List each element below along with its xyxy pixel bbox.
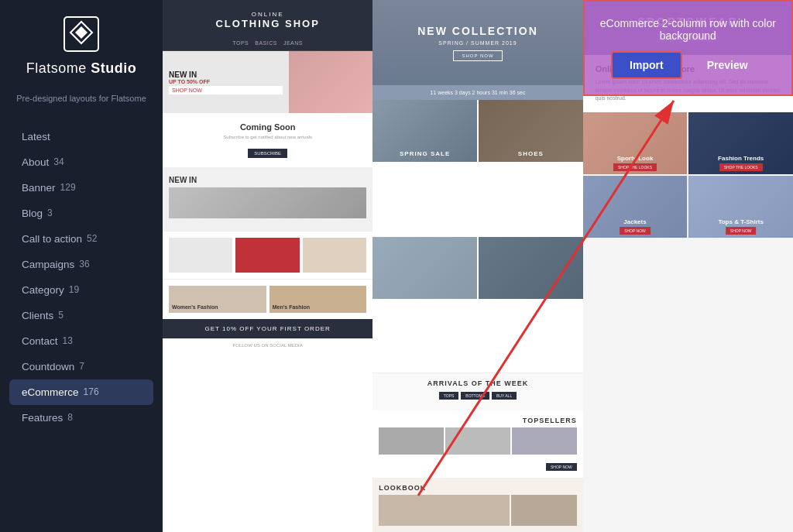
col2-product-grid: SPRING SALE SHOES — [372, 100, 582, 372]
shop-header: ONLINE CLOTHING SHOP — [163, 0, 372, 36]
sidebar-item-contact[interactable]: Contact 13 — [9, 328, 153, 354]
topsellers-section: TOPSELLERS SHOP NOW — [372, 410, 582, 478]
sportswear-products-grid-2: Jackets SHOP NOW Tops & T-Shirts SHOP NO… — [583, 176, 793, 238]
footer-social: FOLLOW US ON SOCIAL MEDIA — [163, 338, 372, 352]
sidebar-item-banner[interactable]: Banner 129 — [9, 175, 153, 201]
shop-banner: NEW IN UP TO 50% OFF SHOP NOW — [163, 51, 372, 113]
grid-col-3[interactable]: SPORTSWEAR NEW WOMEN Online Sportswear S… — [583, 0, 793, 532]
sidebar-item-ecommerce[interactable]: eCommerce 176 — [9, 379, 153, 405]
sportswear-products-grid: Sporty Look SHOP THE LOOKS Fashion Trend… — [583, 112, 793, 174]
popup-title: eCommerce 2-column row with color backgr… — [600, 17, 776, 42]
app-title: Flatsome Studio — [26, 60, 137, 77]
sidebar-item-countdown[interactable]: Countdown 7 — [9, 354, 153, 379]
trending-section — [163, 232, 372, 279]
import-preview-popup: eCommerce 2-column row with color backgr… — [583, 0, 793, 96]
sidebar-item-latest[interactable]: Latest — [9, 124, 153, 149]
sidebar-item-features[interactable]: Features 8 — [9, 405, 153, 431]
sidebar-item-category[interactable]: Category 19 — [9, 277, 153, 303]
womens-mens-section: Women's Fashion Men's Fashion — [163, 279, 372, 319]
sidebar-subtitle: Pre-designed layouts for Flatsome — [0, 92, 163, 105]
shop-title-top: ONLINE — [169, 11, 366, 18]
new-in-section: NEW IN — [163, 168, 372, 232]
arrivals-section: ARRIVALS OF THE WEEK TOPS BOTTOMS BUY AL… — [372, 372, 582, 410]
sidebar-item-call-to-action[interactable]: Call to action 52 — [9, 226, 153, 252]
sidebar: Flatsome Studio Pre-designed layouts for… — [0, 0, 163, 532]
grid-col-1[interactable]: ONLINE CLOTHING SHOP TOPS BASICS JEANS N… — [163, 0, 372, 532]
sidebar-logo: Flatsome Studio — [0, 15, 163, 77]
new-collection-header: NEW COLLECTION SPRING / SUMMER 2019 SHOP… — [372, 0, 582, 85]
preview-button[interactable]: Preview — [690, 51, 765, 79]
countdown-bar: 11 weeks 3 days 2 hours 31 min 36 sec — [372, 85, 582, 100]
banner-right — [289, 51, 373, 113]
shop-nav: TOPS BASICS JEANS — [163, 36, 372, 51]
sidebar-item-clients[interactable]: Clients 5 — [9, 303, 153, 328]
grid-col-2[interactable]: NEW COLLECTION SPRING / SUMMER 2019 SHOP… — [372, 0, 582, 532]
template-grid: ONLINE CLOTHING SHOP TOPS BASICS JEANS N… — [163, 0, 793, 532]
sidebar-item-about[interactable]: About 34 — [9, 149, 153, 175]
lookbook-section: LOOKBOOK — [372, 478, 582, 532]
coming-soon-section: Coming Soon Subscribe to get notified ab… — [163, 113, 372, 168]
banner-left: NEW IN UP TO 50% OFF SHOP NOW — [163, 51, 289, 113]
sidebar-navigation: Latest About 34 Banner 129 Blog 3 Call t… — [0, 124, 163, 431]
popup-buttons: Import Preview — [611, 51, 765, 79]
flatsome-logo-icon — [63, 15, 100, 53]
import-button[interactable]: Import — [611, 51, 682, 79]
sidebar-item-blog[interactable]: Blog 3 — [9, 201, 153, 226]
footer-promo: GET 10% OFF YOUR FIRST ORDER — [163, 319, 372, 338]
shop-title-main: CLOTHING SHOP — [169, 18, 366, 29]
main-content: ONLINE CLOTHING SHOP TOPS BASICS JEANS N… — [163, 0, 793, 532]
sidebar-item-campaigns[interactable]: Campaigns 36 — [9, 252, 153, 277]
